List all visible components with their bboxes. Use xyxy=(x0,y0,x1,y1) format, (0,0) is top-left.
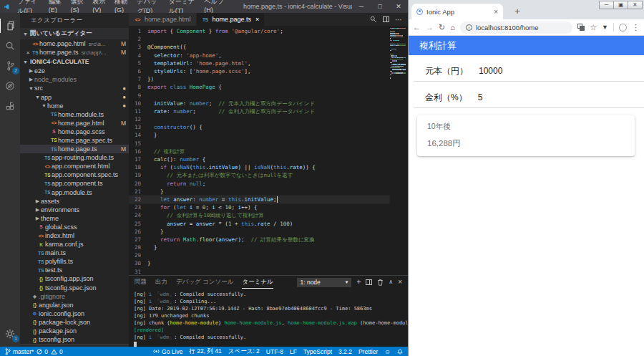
statusbar-prettier[interactable]: Prettier xyxy=(358,348,378,355)
split-terminal-icon[interactable] xyxy=(366,279,372,285)
close-icon[interactable]: ✕ xyxy=(628,1,643,9)
code-line-5[interactable]: 5 templateUrl: 'home.page.html', xyxy=(129,59,389,67)
home-icon[interactable]: ⌂ xyxy=(450,24,455,32)
minimize-icon[interactable]: ─ xyxy=(599,1,614,9)
tree-item-home.page.ts[interactable]: TShome.page.tsM xyxy=(20,145,129,153)
tree-item-ionic.config.json[interactable]: ⊙ionic.config.json xyxy=(20,309,129,318)
browser-tab[interactable]: Ionic App × xyxy=(411,4,503,19)
open-editors-header[interactable]: ▼ 開いているエディター xyxy=(20,28,129,39)
code-line-1[interactable]: 1import { Component } from '@angular/cor… xyxy=(129,27,389,35)
statusbar--22-41[interactable]: 行 22, 列 41 xyxy=(189,347,221,356)
git-branch-status[interactable]: master* xyxy=(5,348,34,355)
tree-item-app.module.ts[interactable]: TSapp.module.ts xyxy=(20,188,129,197)
code-line-27[interactable]: 27 return Math.floor(answer); // 計算結果を整数… xyxy=(129,236,389,244)
code-line-12[interactable]: 12 xyxy=(129,115,389,123)
tab-home.page.html[interactable]: <>home.page.html xyxy=(129,13,197,26)
site-info-icon[interactable]: i xyxy=(466,24,472,31)
code-line-30[interactable]: 30} xyxy=(129,259,389,267)
code-line-18[interactable]: 18 if (isNaN(this.initValue) || isNaN(th… xyxy=(129,163,389,171)
tree-item-tsconfig.json[interactable]: {}tsconfig.json xyxy=(20,335,129,344)
code-line-19[interactable]: 19 // 元本または利率が数字でないときはnullを返す xyxy=(129,171,389,179)
activity-explorer[interactable] xyxy=(0,19,20,33)
tree-item-app.component.ts[interactable]: TSapp.component.ts xyxy=(20,179,129,188)
feedback-smiley-icon[interactable]: ☺ xyxy=(384,348,391,355)
code-line-29[interactable]: 29 xyxy=(129,251,389,259)
profile-avatar[interactable] xyxy=(619,24,627,32)
panel-tab-問題[interactable]: 問題 xyxy=(135,276,147,289)
tree-item-home.page.spec.ts[interactable]: TShome.page.spec.ts xyxy=(20,136,129,145)
code-editor[interactable]: 1import { Component } from '@angular/cor… xyxy=(129,26,408,275)
code-line-13[interactable]: 13 constructor() { xyxy=(129,123,389,131)
tree-item-home.module.ts[interactable]: TShome.module.ts xyxy=(20,110,129,119)
open-editor-home.page.html[interactable]: <>home.page.htmlsrc\a...M xyxy=(20,39,129,48)
restore-icon[interactable]: ▣ xyxy=(613,1,628,9)
tree-item-app-routing.module.ts[interactable]: TSapp-routing.module.ts xyxy=(20,153,129,162)
tree-item-main.ts[interactable]: TSmain.ts xyxy=(20,249,129,257)
code-line-7[interactable]: 7}) xyxy=(129,75,389,83)
split-editor-icon[interactable] xyxy=(383,16,389,22)
errors-status[interactable]: 0 xyxy=(36,348,48,355)
code-line-21[interactable]: 21 } xyxy=(129,188,389,196)
tree-item-src[interactable]: ▼src● xyxy=(20,84,129,92)
code-line-10[interactable]: 10 initValue: number; // 元本入力欄と双方向データバイン… xyxy=(129,100,389,107)
close-icon[interactable]: ✕ xyxy=(389,0,408,13)
code-line-14[interactable]: 14 } xyxy=(129,131,389,139)
minimap[interactable] xyxy=(390,28,406,81)
code-line-20[interactable]: 20 return null; xyxy=(129,180,389,188)
tree-item-index.html[interactable]: <>index.html xyxy=(20,231,129,240)
forward-icon[interactable]: → xyxy=(426,24,434,32)
statusbar-go-live[interactable]: Go Live xyxy=(153,348,182,355)
statusbar-typescript[interactable]: TypeScript xyxy=(303,348,332,355)
tree-item-environments[interactable]: ▶environments xyxy=(20,206,129,214)
reload-icon[interactable]: ↻ xyxy=(439,24,445,32)
item-input[interactable]: 5 xyxy=(478,92,483,102)
code-line-11[interactable]: 11 rate: number; // 金利入力欄と双方向データバインド xyxy=(129,107,389,115)
code-line-17[interactable]: 17 calc(): number { xyxy=(129,155,389,163)
close-icon[interactable]: × xyxy=(24,49,31,56)
tree-item-e2e[interactable]: ▶e2e xyxy=(20,67,129,75)
code-line-4[interactable]: 4 selector: 'app-home', xyxy=(129,52,389,59)
terminal-select[interactable]: 1: node▼ xyxy=(297,278,351,287)
activity-extensions[interactable] xyxy=(0,99,20,113)
tree-item-polyfills.ts[interactable]: TSpolyfills.ts xyxy=(20,257,129,266)
tree-item-app[interactable]: ▼app● xyxy=(20,92,129,101)
open-changes-icon[interactable] xyxy=(370,16,377,23)
new-tab-button[interactable]: + xyxy=(509,5,526,18)
notifications-bell-icon[interactable] xyxy=(397,348,403,355)
tree-item-theme[interactable]: ▶theme xyxy=(20,214,129,223)
code-line-9[interactable]: 9 xyxy=(129,92,389,100)
code-line-31[interactable]: 31 xyxy=(129,268,389,275)
project-header[interactable]: ▼ IONIC4-CALCULATE xyxy=(20,57,129,67)
code-line-3[interactable]: 3@Component({ xyxy=(129,43,389,51)
maximize-panel-icon[interactable]: ∧ xyxy=(389,279,393,286)
activity-source-control[interactable]: 2 xyxy=(0,59,20,73)
extension-icon[interactable]: ▼ xyxy=(602,24,608,31)
activity-debug[interactable] xyxy=(0,79,20,93)
code-line-22[interactable]: 22 let answer: number = this.initValue; xyxy=(129,196,389,203)
warnings-status[interactable]: 0 xyxy=(51,348,63,355)
item-input[interactable]: 10000 xyxy=(479,66,502,76)
code-line-24[interactable]: 24 // 金利計算を10回繰り返して複利計算 xyxy=(129,211,389,219)
close-tab-icon[interactable]: × xyxy=(494,8,498,16)
address-bar[interactable]: i localhost:8100/home xyxy=(460,21,572,34)
tree-item-tsconfig.app.json[interactable]: {}tsconfig.app.json xyxy=(20,274,129,283)
settings-gear-button[interactable]: 1 xyxy=(0,327,20,341)
tree-item-package.json[interactable]: {}package.json xyxy=(20,327,129,335)
statusbar-utf-8[interactable]: UTF-8 xyxy=(266,348,283,355)
close-panel-icon[interactable]: × xyxy=(398,279,402,286)
terminal-output[interactable]: [ng] i 「wdm」: Compiled successfully.[ng]… xyxy=(129,289,408,347)
code-line-25[interactable]: 25 answer = answer * (1 + this.rate / 10… xyxy=(129,220,389,228)
tree-item-global.scss[interactable]: Sglobal.scss xyxy=(20,223,129,231)
tree-item-home.page.scss[interactable]: Shome.page.scss xyxy=(20,128,129,136)
code-line-28[interactable]: 28 } xyxy=(129,244,389,251)
code-line-23[interactable]: 23 for (let i = 0; i < 10; i++) { xyxy=(129,203,389,211)
code-line-15[interactable]: 15 xyxy=(129,140,389,148)
tree-item-tsconfig.spec.json[interactable]: {}tsconfig.spec.json xyxy=(20,284,129,292)
statusbar-lf[interactable]: LF xyxy=(290,348,297,355)
tab-home.page.ts[interactable]: TShome.page.ts× xyxy=(197,13,265,26)
panel-tab-デバッグ コンソール[interactable]: デバッグ コンソール xyxy=(176,276,233,289)
bookmark-star-icon[interactable]: ☆ xyxy=(590,23,597,32)
tree-item-assets[interactable]: ▶assets xyxy=(20,197,129,206)
tree-item-package-lock.json[interactable]: {}package-lock.json xyxy=(20,318,129,327)
code-line-16[interactable]: 16 // 複利計算 xyxy=(129,148,389,155)
